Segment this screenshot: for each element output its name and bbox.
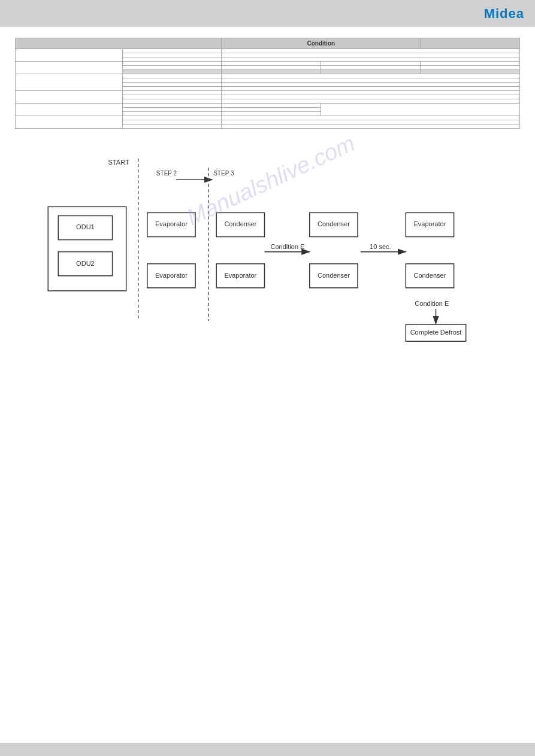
row-val-6a (222, 116, 520, 120)
row-val-1a (222, 49, 520, 53)
step3-evap-bot-label: Evaporator (224, 272, 256, 279)
row-val-4b (222, 95, 520, 99)
th-col4 (421, 38, 520, 49)
row-val-2b-c1 (222, 66, 321, 70)
cond-e-cond-top-label: Condenser (318, 220, 350, 227)
diagram-section: START STEP 2 STEP 3 ODU1 ODU2 Evaporator… (15, 147, 520, 364)
header-bar: Midea (0, 0, 535, 27)
row-sub-3d (122, 87, 222, 91)
condition-e-label-2: Condition E (415, 300, 449, 307)
step3-label: STEP 3 (213, 170, 234, 177)
row-sub-6a (122, 116, 222, 120)
step2-evap-top-label: Evaporator (155, 220, 188, 227)
row-sub-5c (122, 112, 222, 116)
row-sub-1a (122, 49, 222, 53)
row-val-2a-c1 (222, 62, 321, 66)
table-row (16, 104, 520, 108)
condition-e-label-1: Condition E (271, 243, 305, 250)
odu1-label: ODU1 (76, 223, 95, 230)
footer-bar (0, 743, 535, 756)
odu2-label: ODU2 (76, 260, 95, 267)
row-sub-6c (122, 125, 222, 129)
table-section: Condition (15, 38, 520, 129)
table-row (16, 49, 520, 53)
table-row (16, 62, 520, 66)
ten-sec-label: 10 sec. (370, 243, 391, 250)
cond-e-cond-bot-label: Condenser (318, 272, 350, 279)
row-val-2c-c3 (421, 70, 520, 74)
row-val-4c (222, 99, 520, 104)
row-val-2c-c2 (321, 70, 421, 74)
diagram-svg: START STEP 2 STEP 3 ODU1 ODU2 Evaporator… (15, 147, 520, 363)
final-cond-bot-label: Condenser (414, 272, 446, 279)
logo-container: Midea (484, 6, 524, 22)
row-group-label-5 (16, 104, 123, 116)
row-val-3c (222, 83, 520, 87)
step2-evap-bot-label: Evaporator (155, 272, 188, 279)
row-val-2b-c2 (321, 66, 421, 70)
row-val-2c-c1 (222, 70, 321, 74)
table-row (16, 116, 520, 120)
row-group-label-1 (16, 49, 123, 62)
row-sub-2c (122, 70, 222, 74)
table-row (16, 91, 520, 95)
main-table: Condition (15, 38, 520, 129)
row-val-5c-c1 (222, 112, 321, 116)
row-sub-5b (122, 108, 222, 112)
row-val-5-merged (321, 104, 520, 116)
logo-text: Midea (484, 6, 524, 22)
row-val-5b-c1 (222, 108, 321, 112)
row-val-6c (222, 125, 520, 129)
row-sub-3a (122, 74, 222, 78)
row-sub-4a (122, 91, 222, 95)
complete-defrost-label: Complete Defrost (410, 329, 462, 336)
row-sub-3b (122, 78, 222, 83)
row-val-2a-c2 (321, 62, 421, 66)
row-val-3a (222, 74, 520, 78)
row-sub-2b (122, 66, 222, 70)
th-empty (16, 38, 222, 49)
step2-label: STEP 2 (156, 170, 177, 177)
row-group-label-6 (16, 116, 123, 129)
row-sub-1b (122, 53, 222, 57)
table-header-row: Condition (16, 38, 520, 49)
step3-cond-top-label: Condenser (224, 220, 256, 227)
row-val-2a-c3 (421, 62, 520, 66)
row-val-4a (222, 91, 520, 95)
row-group-label-2 (16, 62, 123, 74)
row-val-5a-c1 (222, 104, 321, 108)
row-sub-5a (122, 104, 222, 108)
row-sub-4b (122, 95, 222, 99)
final-evap-top-label: Evaporator (414, 220, 446, 227)
row-val-1b (222, 53, 520, 57)
row-sub-6b (122, 120, 222, 125)
row-sub-4c (122, 99, 222, 104)
row-group-label-3 (16, 74, 123, 91)
th-condition: Condition (222, 38, 421, 49)
row-sub-3c (122, 83, 222, 87)
row-val-2b-c3 (421, 66, 520, 70)
row-group-label-4 (16, 91, 123, 104)
table-row (16, 74, 520, 78)
row-val-3b (222, 78, 520, 83)
row-sub-1c (122, 57, 222, 62)
row-sub-2a (122, 62, 222, 66)
start-label: START (108, 159, 129, 166)
row-val-6b (222, 120, 520, 125)
row-val-1c (222, 57, 520, 62)
row-val-3d (222, 87, 520, 91)
